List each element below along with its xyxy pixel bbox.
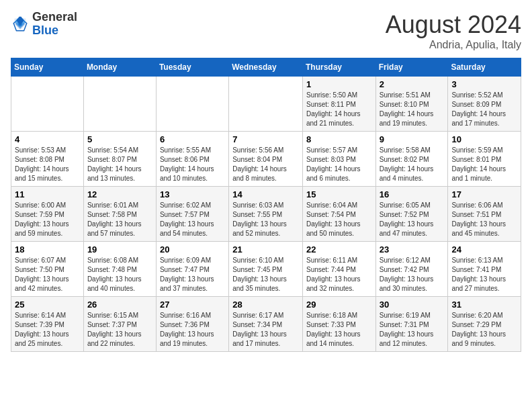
- calendar-cell: 8Sunrise: 5:57 AM Sunset: 8:03 PM Daylig…: [302, 132, 375, 187]
- day-number: 29: [306, 300, 372, 310]
- day-info: Sunrise: 6:07 AM Sunset: 7:50 PM Dayligh…: [15, 256, 80, 293]
- day-info: Sunrise: 6:20 AM Sunset: 7:29 PM Dayligh…: [451, 311, 517, 349]
- weekday-header: Thursday: [302, 58, 375, 77]
- day-number: 10: [451, 134, 517, 144]
- weekday-header: Wednesday: [229, 58, 303, 77]
- day-info: Sunrise: 6:08 AM Sunset: 7:48 PM Dayligh…: [87, 256, 152, 293]
- calendar-cell: 11Sunrise: 6:00 AM Sunset: 7:59 PM Dayli…: [11, 187, 84, 242]
- calendar-cell: 24Sunrise: 6:13 AM Sunset: 7:41 PM Dayli…: [448, 242, 521, 297]
- day-number: 17: [451, 189, 517, 199]
- calendar-table: SundayMondayTuesdayWednesdayThursdayFrid…: [11, 58, 521, 352]
- month-title: August 2024: [386, 11, 521, 39]
- calendar-cell: 26Sunrise: 6:15 AM Sunset: 7:37 PM Dayli…: [83, 297, 156, 352]
- calendar-cell: 19Sunrise: 6:08 AM Sunset: 7:48 PM Dayli…: [83, 242, 156, 297]
- day-info: Sunrise: 6:12 AM Sunset: 7:42 PM Dayligh…: [380, 256, 445, 293]
- calendar-cell: 28Sunrise: 6:17 AM Sunset: 7:34 PM Dayli…: [229, 297, 303, 352]
- day-number: 16: [380, 189, 445, 199]
- day-info: Sunrise: 6:10 AM Sunset: 7:45 PM Dayligh…: [232, 256, 299, 293]
- calendar-cell: 25Sunrise: 6:14 AM Sunset: 7:39 PM Dayli…: [11, 297, 84, 352]
- day-info: Sunrise: 6:01 AM Sunset: 7:58 PM Dayligh…: [87, 201, 152, 238]
- calendar-cell: 2Sunrise: 5:51 AM Sunset: 8:10 PM Daylig…: [375, 77, 448, 132]
- calendar-week-row: 1Sunrise: 5:50 AM Sunset: 8:11 PM Daylig…: [11, 77, 521, 132]
- calendar-cell: 21Sunrise: 6:10 AM Sunset: 7:45 PM Dayli…: [229, 242, 303, 297]
- logo-text: General Blue: [32, 11, 77, 38]
- calendar-cell: 29Sunrise: 6:18 AM Sunset: 7:33 PM Dayli…: [302, 297, 375, 352]
- day-info: Sunrise: 5:52 AM Sunset: 8:09 PM Dayligh…: [451, 91, 517, 128]
- day-number: 18: [15, 244, 80, 255]
- calendar-week-row: 4Sunrise: 5:53 AM Sunset: 8:08 PM Daylig…: [11, 132, 521, 187]
- day-number: 8: [306, 134, 372, 144]
- weekday-header: Tuesday: [156, 58, 228, 77]
- day-number: 12: [87, 189, 152, 199]
- calendar-cell: [156, 77, 228, 132]
- day-info: Sunrise: 5:53 AM Sunset: 8:08 PM Dayligh…: [15, 146, 80, 183]
- page-header: General Blue August 2024 Andria, Apulia,…: [11, 11, 521, 51]
- calendar-cell: 1Sunrise: 5:50 AM Sunset: 8:11 PM Daylig…: [302, 77, 375, 132]
- calendar-week-row: 25Sunrise: 6:14 AM Sunset: 7:39 PM Dayli…: [11, 297, 521, 352]
- day-number: 30: [380, 300, 445, 310]
- weekday-header: Monday: [83, 58, 156, 77]
- day-number: 9: [380, 134, 445, 144]
- day-number: 21: [232, 244, 299, 255]
- day-number: 4: [15, 134, 80, 144]
- day-number: 20: [160, 244, 225, 255]
- calendar-cell: [83, 77, 156, 132]
- calendar-cell: [11, 77, 84, 132]
- title-block: August 2024 Andria, Apulia, Italy: [386, 11, 521, 51]
- day-info: Sunrise: 5:58 AM Sunset: 8:02 PM Dayligh…: [380, 146, 445, 183]
- day-info: Sunrise: 5:56 AM Sunset: 8:04 PM Dayligh…: [232, 146, 299, 183]
- day-number: 24: [451, 244, 517, 255]
- day-info: Sunrise: 6:04 AM Sunset: 7:54 PM Dayligh…: [306, 201, 372, 238]
- calendar-cell: 14Sunrise: 6:03 AM Sunset: 7:55 PM Dayli…: [229, 187, 303, 242]
- calendar-cell: 12Sunrise: 6:01 AM Sunset: 7:58 PM Dayli…: [83, 187, 156, 242]
- logo-blue: Blue: [32, 24, 58, 37]
- weekday-header: Saturday: [448, 58, 521, 77]
- calendar-cell: 9Sunrise: 5:58 AM Sunset: 8:02 PM Daylig…: [375, 132, 448, 187]
- day-info: Sunrise: 6:15 AM Sunset: 7:37 PM Dayligh…: [87, 311, 152, 349]
- weekday-header: Friday: [375, 58, 448, 77]
- day-number: 6: [160, 134, 225, 144]
- logo-general: General: [32, 10, 77, 24]
- day-info: Sunrise: 6:17 AM Sunset: 7:34 PM Dayligh…: [232, 311, 299, 349]
- calendar-cell: 15Sunrise: 6:04 AM Sunset: 7:54 PM Dayli…: [302, 187, 375, 242]
- logo: General Blue: [11, 11, 77, 38]
- calendar-cell: 16Sunrise: 6:05 AM Sunset: 7:52 PM Dayli…: [375, 187, 448, 242]
- calendar-cell: 22Sunrise: 6:11 AM Sunset: 7:44 PM Dayli…: [302, 242, 375, 297]
- day-number: 22: [306, 244, 372, 255]
- calendar-week-row: 11Sunrise: 6:00 AM Sunset: 7:59 PM Dayli…: [11, 187, 521, 242]
- day-info: Sunrise: 6:03 AM Sunset: 7:55 PM Dayligh…: [232, 201, 299, 238]
- calendar-cell: 20Sunrise: 6:09 AM Sunset: 7:47 PM Dayli…: [156, 242, 228, 297]
- weekday-row: SundayMondayTuesdayWednesdayThursdayFrid…: [11, 58, 521, 77]
- day-info: Sunrise: 5:57 AM Sunset: 8:03 PM Dayligh…: [306, 146, 372, 183]
- location-subtitle: Andria, Apulia, Italy: [386, 39, 521, 51]
- day-number: 26: [87, 300, 152, 310]
- day-number: 23: [380, 244, 445, 255]
- calendar-cell: 6Sunrise: 5:55 AM Sunset: 8:06 PM Daylig…: [156, 132, 228, 187]
- day-number: 25: [15, 300, 80, 310]
- day-number: 3: [451, 79, 517, 89]
- calendar-cell: 30Sunrise: 6:19 AM Sunset: 7:31 PM Dayli…: [375, 297, 448, 352]
- day-info: Sunrise: 5:51 AM Sunset: 8:10 PM Dayligh…: [380, 91, 445, 128]
- day-info: Sunrise: 6:02 AM Sunset: 7:57 PM Dayligh…: [160, 201, 225, 238]
- day-info: Sunrise: 6:00 AM Sunset: 7:59 PM Dayligh…: [15, 201, 80, 238]
- weekday-header: Sunday: [11, 58, 84, 77]
- calendar-cell: 4Sunrise: 5:53 AM Sunset: 8:08 PM Daylig…: [11, 132, 84, 187]
- day-number: 27: [160, 300, 225, 310]
- day-number: 14: [232, 189, 299, 199]
- calendar-cell: [229, 77, 303, 132]
- day-info: Sunrise: 6:14 AM Sunset: 7:39 PM Dayligh…: [15, 311, 80, 349]
- calendar-body: 1Sunrise: 5:50 AM Sunset: 8:11 PM Daylig…: [11, 77, 521, 352]
- day-number: 7: [232, 134, 299, 144]
- day-info: Sunrise: 5:50 AM Sunset: 8:11 PM Dayligh…: [306, 91, 372, 128]
- day-info: Sunrise: 6:09 AM Sunset: 7:47 PM Dayligh…: [160, 256, 225, 293]
- day-number: 1: [306, 79, 372, 89]
- day-number: 11: [15, 189, 80, 199]
- calendar-cell: 18Sunrise: 6:07 AM Sunset: 7:50 PM Dayli…: [11, 242, 84, 297]
- calendar-cell: 27Sunrise: 6:16 AM Sunset: 7:36 PM Dayli…: [156, 297, 228, 352]
- calendar-cell: 31Sunrise: 6:20 AM Sunset: 7:29 PM Dayli…: [448, 297, 521, 352]
- day-number: 13: [160, 189, 225, 199]
- day-info: Sunrise: 5:55 AM Sunset: 8:06 PM Dayligh…: [160, 146, 225, 183]
- calendar-cell: 23Sunrise: 6:12 AM Sunset: 7:42 PM Dayli…: [375, 242, 448, 297]
- calendar-cell: 10Sunrise: 5:59 AM Sunset: 8:01 PM Dayli…: [448, 132, 521, 187]
- calendar-cell: 17Sunrise: 6:06 AM Sunset: 7:51 PM Dayli…: [448, 187, 521, 242]
